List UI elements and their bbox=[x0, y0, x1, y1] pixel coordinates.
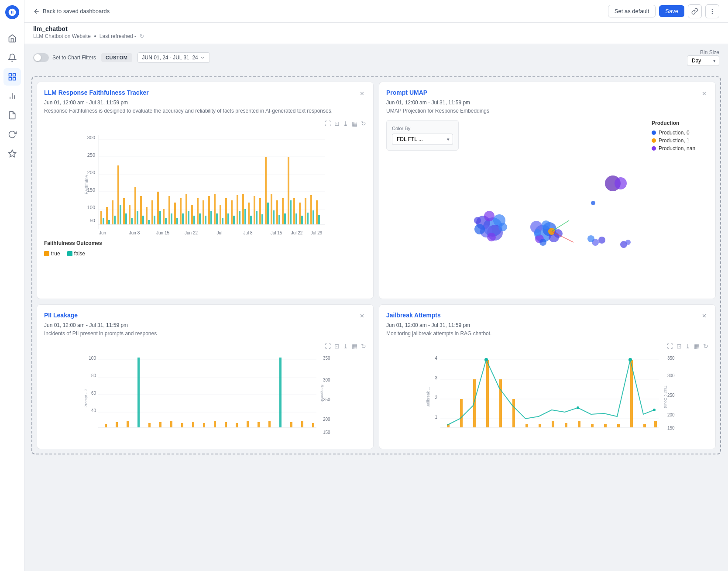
faithfulness-desc: Response Faithfulness is designed to eva… bbox=[44, 107, 366, 115]
jailbreak-refresh-icon[interactable]: ↻ bbox=[703, 343, 708, 350]
faithfulness-title[interactable]: LLM Response Faithfulness Tracker bbox=[44, 89, 149, 96]
sidebar-item-star[interactable] bbox=[3, 145, 21, 162]
sidebar-item-charts[interactable] bbox=[3, 87, 21, 105]
pii-refresh-icon[interactable]: ↻ bbox=[361, 343, 366, 350]
svg-rect-83 bbox=[261, 214, 263, 224]
controls-left: Set to Chart Filters CUSTOM JUN 01, 24 -… bbox=[33, 52, 210, 63]
true-label: true bbox=[51, 251, 60, 257]
svg-rect-176 bbox=[290, 422, 292, 427]
umap-title[interactable]: Prompt UMAP bbox=[386, 89, 427, 96]
pii-download-icon[interactable]: ⤓ bbox=[343, 343, 348, 350]
jailbreak-copy-icon[interactable]: ⊡ bbox=[676, 343, 682, 350]
bin-size-select[interactable]: Day Hour Week Month bbox=[687, 55, 719, 66]
svg-rect-71 bbox=[227, 213, 229, 224]
jailbreak-close-button[interactable]: ✕ bbox=[700, 312, 708, 320]
jailbreak-download-icon[interactable]: ⤓ bbox=[685, 343, 690, 350]
refresh-icon[interactable]: ↻ bbox=[140, 33, 144, 39]
false-color-dot bbox=[67, 251, 72, 256]
dashboard-content: LLM Response Faithfulness Tracker ✕ Jun … bbox=[24, 71, 728, 571]
svg-rect-28 bbox=[106, 207, 108, 224]
svg-point-141 bbox=[625, 240, 631, 245]
faithfulness-legend: Faithfulness Outcomes bbox=[44, 240, 366, 249]
svg-text:250: 250 bbox=[667, 393, 675, 398]
svg-text:250: 250 bbox=[87, 152, 95, 158]
sidebar-item-dashboard[interactable] bbox=[3, 68, 21, 86]
meta-separator bbox=[94, 35, 96, 37]
date-range-selector[interactable]: JUN 01, 24 - JUL 31, 24 bbox=[137, 52, 210, 63]
copy-icon[interactable]: ⊡ bbox=[334, 120, 340, 127]
svg-rect-169 bbox=[214, 421, 216, 427]
umap-label-nan: Production, nan bbox=[659, 145, 695, 151]
svg-text:Jun 8: Jun 8 bbox=[129, 230, 140, 235]
expand-icon[interactable]: ⛶ bbox=[325, 120, 331, 127]
faithfulness-close-button[interactable]: ✕ bbox=[357, 89, 366, 98]
jailbreak-title[interactable]: Jailbreak Attempts bbox=[386, 312, 441, 319]
jailbreak-date: Jun 01, 12:00 am - Jul 31, 11:59 pm bbox=[386, 322, 708, 328]
jailbreak-desc: Monitoring jailbreak attempts in RAG cha… bbox=[386, 330, 708, 337]
svg-rect-204 bbox=[565, 423, 567, 427]
svg-text:200: 200 bbox=[323, 417, 330, 422]
svg-rect-55 bbox=[182, 213, 184, 224]
set-default-button[interactable]: Set as default bbox=[608, 5, 656, 17]
pii-close-button[interactable]: ✕ bbox=[357, 312, 366, 320]
svg-rect-159 bbox=[105, 424, 107, 427]
chart-type-icon[interactable]: ▦ bbox=[352, 120, 357, 127]
svg-rect-93 bbox=[290, 200, 292, 224]
sidebar-item-home[interactable] bbox=[3, 30, 21, 47]
svg-rect-44 bbox=[151, 200, 153, 224]
sidebar-nav bbox=[0, 30, 24, 162]
download-icon[interactable]: ⤓ bbox=[343, 120, 348, 127]
svg-text:Traffic Count: Traffic Count bbox=[663, 385, 668, 408]
svg-text:Prompt - P...: Prompt - P... bbox=[84, 386, 88, 407]
umap-legend-title: Production bbox=[652, 120, 708, 126]
svg-rect-37 bbox=[131, 218, 133, 224]
svg-rect-75 bbox=[239, 211, 240, 224]
svg-point-138 bbox=[598, 237, 605, 244]
toggle-thumb bbox=[34, 54, 41, 61]
svg-rect-50 bbox=[168, 196, 170, 224]
pii-copy-icon[interactable]: ⊡ bbox=[334, 343, 340, 350]
chart-filters-toggle[interactable] bbox=[33, 53, 49, 62]
svg-rect-96 bbox=[299, 203, 301, 224]
back-button[interactable]: Back to saved dashboards bbox=[33, 8, 110, 15]
more-icon bbox=[709, 8, 716, 15]
svg-text:Jul 22: Jul 22 bbox=[291, 230, 303, 235]
svg-rect-206 bbox=[591, 424, 594, 427]
jailbreak-expand-icon[interactable]: ⛶ bbox=[667, 343, 673, 350]
svg-rect-56 bbox=[185, 194, 187, 224]
svg-rect-205 bbox=[578, 421, 580, 427]
link-icon-button[interactable] bbox=[688, 4, 702, 18]
svg-rect-87 bbox=[273, 210, 275, 224]
svg-rect-174 bbox=[268, 421, 271, 427]
pii-title[interactable]: PII Leakage bbox=[44, 312, 78, 319]
faithfulness-toolbar: ⛶ ⊡ ⤓ ▦ ↻ bbox=[44, 120, 366, 127]
jailbreak-chart-type-icon[interactable]: ▦ bbox=[694, 343, 700, 350]
sidebar-item-files[interactable] bbox=[3, 107, 21, 124]
umap-close-button[interactable]: ✕ bbox=[700, 89, 708, 98]
svg-rect-173 bbox=[258, 422, 260, 427]
pii-expand-icon[interactable]: ⛶ bbox=[325, 343, 331, 350]
save-button[interactable]: Save bbox=[659, 5, 684, 17]
more-options-button[interactable] bbox=[705, 4, 719, 18]
svg-rect-203 bbox=[552, 421, 554, 427]
svg-rect-199 bbox=[499, 379, 502, 427]
svg-rect-51 bbox=[171, 213, 172, 224]
sidebar-item-refresh[interactable] bbox=[3, 126, 21, 143]
sidebar-item-alerts[interactable] bbox=[3, 49, 21, 66]
svg-rect-166 bbox=[181, 423, 183, 427]
svg-rect-208 bbox=[617, 424, 620, 427]
umap-label-0: Production, 0 bbox=[659, 130, 690, 136]
svg-text:150: 150 bbox=[323, 430, 330, 435]
svg-rect-198 bbox=[486, 360, 489, 427]
svg-rect-160 bbox=[116, 422, 118, 427]
pii-chart-type-icon[interactable]: ▦ bbox=[352, 343, 357, 350]
svg-rect-38 bbox=[134, 187, 136, 224]
svg-rect-57 bbox=[188, 211, 189, 224]
color-by-select[interactable]: FDL FTL ... bbox=[392, 134, 453, 145]
svg-rect-200 bbox=[512, 399, 515, 427]
svg-point-133 bbox=[554, 229, 563, 238]
svg-text:Faithfulne...: Faithfulne... bbox=[84, 172, 89, 194]
app-logo bbox=[5, 5, 19, 19]
pii-desc: Incidents of PII present in prompts and … bbox=[44, 330, 366, 337]
refresh-chart-icon[interactable]: ↻ bbox=[361, 120, 366, 127]
